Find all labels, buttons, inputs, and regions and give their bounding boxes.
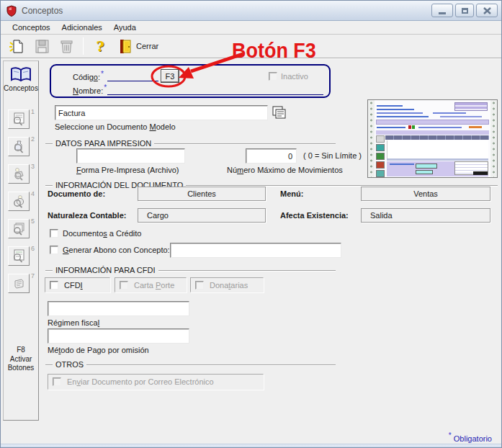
preview-decor	[376, 144, 385, 151]
carta-porte-panel: Carta Porte	[115, 277, 187, 292]
menu-field-label: Menú:	[280, 189, 303, 198]
modelo-hint-label: Seleccione un Documento Modelo	[55, 122, 176, 131]
documento-de-value: Clientes	[187, 189, 216, 198]
donatarias-panel: Donatarias	[190, 277, 264, 292]
otros-groupbox: OTROS	[45, 364, 336, 365]
preview-decor	[376, 135, 385, 143]
document-preview-thumbnail	[367, 99, 498, 178]
preview-decor	[440, 116, 482, 117]
codigo-label-text: Código:	[73, 73, 100, 81]
credito-label: Documentos a Crédito	[63, 229, 141, 238]
preview-decor	[418, 127, 462, 128]
preview-decor	[408, 125, 411, 129]
abono-concepto-input[interactable]	[170, 243, 341, 258]
otros-group-label: OTROS	[53, 360, 86, 369]
credito-checkbox[interactable]	[50, 229, 58, 238]
regimen-fiscal-label: Régimen fiscal	[48, 318, 99, 327]
preview-decor	[390, 163, 414, 165]
enviar-correo-label: Enviar Documento por Correo Electrónico	[67, 377, 214, 386]
nombre-required-star: *	[104, 84, 107, 91]
cfdi-groupbox: INFORMACIÓN PARA CFDI	[45, 270, 336, 271]
preview-decor	[368, 100, 375, 177]
nombre-label-text: Nombre:	[73, 86, 103, 95]
info-documento-groupbox: INFORMACIÓN DEL DOCUMENTO	[45, 185, 498, 186]
cfdi-checkbox[interactable]	[50, 281, 58, 290]
metodo-pago-input[interactable]	[48, 328, 189, 344]
preview-decor	[490, 100, 497, 177]
annotation-boton-f3: Botón F3	[232, 38, 316, 63]
f3-button[interactable]: F3	[161, 69, 179, 83]
nombre-input[interactable]	[107, 94, 323, 95]
preview-decor	[387, 158, 488, 161]
modelo-value: Factura	[58, 109, 85, 117]
inactivo-label: Inactivo	[281, 72, 308, 81]
preview-decor	[376, 161, 385, 169]
codigo-input[interactable]	[107, 81, 158, 81]
abono-label: Generar Abono con Concepto:	[63, 246, 170, 254]
forma-preimpresa-label: Forma Pre-Impresa (Archivo)	[76, 166, 179, 174]
inactivo-checkbox[interactable]	[269, 72, 277, 81]
preview-decor	[377, 112, 423, 114]
enviar-correo-panel: Enviar Documento por Correo Electrónico	[48, 374, 264, 390]
donatarias-checkbox[interactable]	[195, 281, 204, 290]
enviar-correo-checkbox[interactable]	[53, 377, 61, 386]
abono-checkbox[interactable]	[50, 246, 58, 254]
menu-value-box[interactable]: Ventas	[361, 187, 490, 201]
required-note-text: Obligatorio	[454, 434, 492, 443]
numero-maximo-label: Número Máximo de Movimientos	[227, 166, 343, 174]
window-bottom-frame	[1, 444, 501, 447]
form-area: Código:* F3 Inactivo Nombre:* Factura Se…	[1, 1, 502, 448]
f3-button-label: F3	[166, 72, 175, 81]
carta-porte-checkbox[interactable]	[120, 281, 128, 290]
preview-decor	[376, 130, 489, 135]
sin-limite-note: ( 0 = Sin Límite )	[303, 151, 362, 160]
codigo-label: Código:*	[73, 70, 104, 81]
cfdi-label: CFDI	[64, 281, 83, 290]
preview-decor	[433, 112, 466, 114]
documento-de-label: Documento de:	[48, 189, 105, 198]
preview-decor	[376, 153, 385, 160]
preview-decor	[377, 116, 429, 117]
forma-preimpresa-input[interactable]	[76, 148, 185, 163]
document-list-icon	[272, 106, 287, 120]
preview-decor	[387, 140, 488, 158]
preview-decor	[376, 170, 385, 177]
preview-decor	[377, 127, 405, 128]
naturaleza-value-box[interactable]: Cargo	[138, 208, 266, 223]
impresion-groupbox: DATOS PARA IMPRESION	[45, 143, 336, 144]
metodo-pago-label: Método de Pago por omisión	[48, 346, 149, 354]
naturaleza-value: Cargo	[147, 211, 169, 220]
preview-decor	[473, 171, 488, 175]
afecta-value-box[interactable]: Salida	[361, 208, 490, 223]
modelo-picker-button[interactable]	[271, 104, 287, 121]
preview-decor	[385, 135, 489, 140]
modelo-input[interactable]: Factura	[55, 105, 268, 120]
cfdi-check-panel: CFDI	[45, 277, 110, 292]
required-note: * Obligatorio	[448, 431, 492, 443]
codigo-required-star: *	[101, 70, 104, 78]
preview-decor	[412, 125, 415, 129]
menu-value: Ventas	[413, 189, 438, 198]
donatarias-label: Donatarias	[210, 281, 248, 290]
preview-decor	[469, 126, 482, 128]
numero-maximo-value: 0	[288, 152, 292, 161]
preview-decor	[377, 105, 403, 107]
preview-decor	[416, 170, 433, 174]
numero-maximo-input[interactable]: 0	[246, 148, 297, 163]
preview-decor	[454, 102, 488, 111]
afecta-label: Afecta Existencia:	[280, 211, 349, 220]
conceptos-window: Conceptos Conceptos Adicionales Ayuda	[0, 0, 502, 448]
impresion-group-label: DATOS PARA IMPRESION	[53, 139, 154, 148]
preview-decor	[416, 163, 437, 169]
preview-decor	[377, 109, 414, 110]
naturaleza-label: Naturaleza Contable:	[48, 211, 126, 220]
preview-decor	[376, 120, 489, 125]
regimen-fiscal-input[interactable]	[48, 301, 189, 316]
cfdi-group-label: INFORMACIÓN PARA CFDI	[53, 266, 158, 274]
nombre-label: Nombre:*	[73, 84, 107, 95]
required-note-star: *	[449, 431, 452, 439]
afecta-value: Salida	[370, 211, 393, 220]
carta-porte-label: Carta Porte	[134, 281, 174, 290]
documento-de-value-box[interactable]: Clientes	[138, 187, 266, 201]
